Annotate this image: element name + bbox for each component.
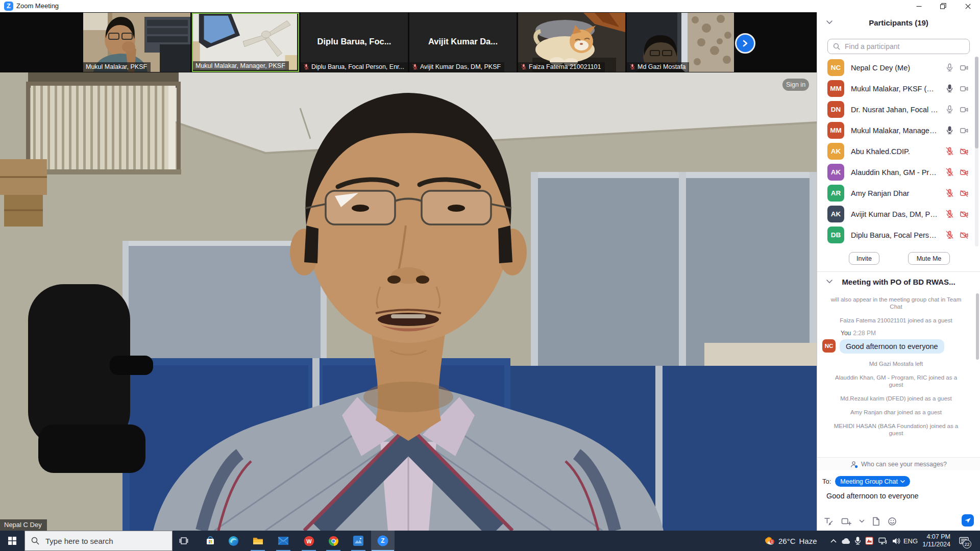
restore-button[interactable] xyxy=(932,0,954,12)
participant-row[interactable]: AKAbu Khaled.CDIP. xyxy=(817,141,975,162)
chat-scrollbar-thumb[interactable] xyxy=(976,293,979,360)
mic-muted-icon xyxy=(945,147,954,156)
send-plane-icon xyxy=(964,517,971,524)
participant-row[interactable]: AKAvijit Kumar Das, DM, PKSF xyxy=(817,204,975,224)
participant-status-icons xyxy=(945,210,969,218)
avatar: NC xyxy=(827,59,844,76)
chat-system-notice: will also appear in the meeting group ch… xyxy=(828,296,964,310)
photos-app-icon[interactable] xyxy=(347,531,370,551)
participant-name: Alauddin Khan, GM - Program,... xyxy=(851,168,939,177)
participant-row[interactable]: NCNepal C Dey (Me) xyxy=(817,57,975,78)
file-explorer-icon[interactable] xyxy=(247,531,269,551)
tile-name-label: Md Gazi Mostafa xyxy=(627,62,689,72)
privacy-row[interactable]: Who can see your messages? xyxy=(817,457,980,471)
next-page-arrow-icon[interactable] xyxy=(735,33,755,54)
participant-row[interactable]: ARAmy Ranjan Dhar xyxy=(817,183,975,204)
task-view-button[interactable] xyxy=(173,531,195,551)
participant-name: Abu Khaled.CDIP. xyxy=(851,147,939,156)
filmstrip-tile[interactable]: Md Gazi Mostafa xyxy=(627,13,734,72)
chevron-down-icon xyxy=(900,480,905,483)
participants-scrollbar-thumb[interactable] xyxy=(975,57,978,148)
avatar: AK xyxy=(827,143,844,160)
mail-app-icon[interactable] xyxy=(272,531,295,551)
start-button[interactable] xyxy=(0,531,24,551)
wps-office-icon[interactable]: W xyxy=(298,531,320,551)
participant-status-icons xyxy=(945,84,969,93)
send-button[interactable] xyxy=(962,514,974,527)
tile-center-name: Diplu Barua, Foc... xyxy=(301,37,408,46)
participant-status-icons xyxy=(945,189,969,197)
message-input[interactable]: Good afternoon to everyone xyxy=(826,492,919,500)
invite-button[interactable]: Invite xyxy=(849,252,879,265)
zoom-taskbar-icon[interactable]: Z xyxy=(371,531,395,551)
tile-name-label: Diplu Barua, Focal Person, Enr... xyxy=(301,62,408,72)
volume-icon[interactable] xyxy=(889,531,903,551)
recipient-selector[interactable]: Meeting Group Chat xyxy=(835,476,910,487)
clock-date: 1/11/2024 xyxy=(922,541,950,548)
taskbar-clock[interactable]: 4:07 PM 1/11/2024 xyxy=(918,531,950,551)
participant-name: Mukul Malakar, Manager, PKSF xyxy=(851,127,939,135)
emoji-icon[interactable] xyxy=(888,517,897,526)
search-input[interactable] xyxy=(844,42,964,51)
chat-message: You2:28 PMNCGood afternoon to everyone xyxy=(822,330,975,354)
chat-message-list: will also appear in the meeting group ch… xyxy=(817,289,975,457)
edge-browser-icon[interactable] xyxy=(222,531,244,551)
chevron-down-icon[interactable] xyxy=(859,519,865,523)
network-icon[interactable] xyxy=(876,531,890,551)
participant-row[interactable]: AKAlauddin Khan, GM - Program,... xyxy=(817,162,975,183)
tile-name-label: Faiza Fatema 210021101 xyxy=(518,62,605,72)
filmstrip-tile[interactable]: Avijit Kumar Da...Avijit Kumar Das, DM, … xyxy=(409,13,517,72)
mic-muted-icon xyxy=(945,189,954,197)
filmstrip-tile[interactable]: Faiza Fatema 210021101 xyxy=(518,13,625,72)
participant-name: Mukul Malakar, PKSF (Host) xyxy=(851,85,939,93)
participant-row[interactable]: MMMukul Malakar, PKSF (Host) xyxy=(817,78,975,99)
screenshot-icon[interactable] xyxy=(841,517,851,526)
mic-icon xyxy=(945,63,954,72)
participant-row[interactable]: DBDiplu Barua, Focal Person, Enri... xyxy=(817,224,975,245)
participant-row[interactable]: DNDr. Nusrat Jahan, Focal Person,... xyxy=(817,99,975,120)
search-icon xyxy=(31,537,39,545)
language-indicator[interactable]: ENG xyxy=(902,531,919,551)
participant-status-icons xyxy=(945,63,969,72)
clock-time: 4:07 PM xyxy=(926,533,950,541)
mic-muted-icon xyxy=(945,210,954,218)
chat-system-notice: Alauddin Khan, GM - Program, RIC joined … xyxy=(828,374,964,388)
format-text-icon[interactable] xyxy=(824,517,834,526)
to-label: To: xyxy=(822,478,831,485)
tray-expand-chevron-icon[interactable] xyxy=(827,531,840,551)
file-icon[interactable] xyxy=(872,517,880,526)
video-filmstrip: Mukul Malakar, PKSF Mukul Malakar, Manag… xyxy=(0,12,817,72)
participant-search[interactable] xyxy=(827,39,970,54)
microsoft-store-icon[interactable] xyxy=(199,531,222,551)
chrome-browser-icon[interactable] xyxy=(322,531,345,551)
participant-row[interactable]: MMMukul Malakar, Manager, PKSF xyxy=(817,120,975,141)
participant-name: Diplu Barua, Focal Person, Enri... xyxy=(851,231,939,239)
avatar: MM xyxy=(827,80,844,97)
filmstrip-tile[interactable]: Mukul Malakar, Manager, PKSF xyxy=(192,13,299,72)
filmstrip-tile[interactable]: Diplu Barua, Foc...Diplu Barua, Focal Pe… xyxy=(301,13,408,72)
taskbar-search-input[interactable] xyxy=(44,536,166,546)
filmstrip-tile[interactable]: Mukul Malakar, PKSF xyxy=(83,13,190,72)
weather-badge: 1 xyxy=(770,539,774,544)
sign-in-button[interactable]: Sign in xyxy=(782,79,809,91)
weather-widget[interactable]: 1 26°C Haze xyxy=(764,531,817,551)
avatar: DN xyxy=(827,101,844,118)
tray-app-icon[interactable] xyxy=(863,531,876,551)
windows-taskbar: W Z 1 26°C Haze xyxy=(0,531,980,551)
taskbar-search[interactable] xyxy=(24,531,173,551)
notification-center-button[interactable]: 22 xyxy=(952,531,975,551)
message-sender: You xyxy=(841,330,851,337)
onedrive-cloud-icon[interactable] xyxy=(839,531,852,551)
mic-icon xyxy=(945,84,954,93)
close-button[interactable] xyxy=(957,0,979,12)
avatar: AR xyxy=(827,185,844,202)
tile-center-name: Avijit Kumar Da... xyxy=(409,37,517,46)
chat-title: Meeting with PO of BD RWAS... xyxy=(817,278,980,286)
tray-microphone-icon[interactable] xyxy=(851,531,864,551)
minimize-button[interactable] xyxy=(908,0,930,12)
mute-me-button[interactable]: Mute Me xyxy=(908,252,950,265)
avatar: NC xyxy=(822,339,836,353)
participant-name: Avijit Kumar Das, DM, PKSF xyxy=(851,210,939,218)
camera-icon xyxy=(960,106,969,114)
svg-text:W: W xyxy=(306,538,312,544)
